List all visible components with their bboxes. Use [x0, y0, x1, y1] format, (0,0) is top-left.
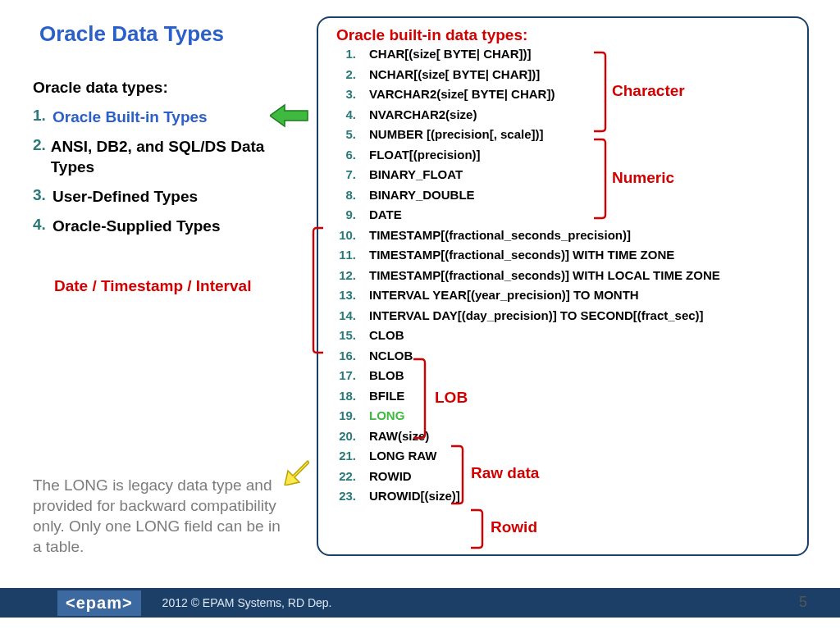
- type-number: 14.: [336, 309, 361, 321]
- group-raw: Raw data: [471, 464, 539, 482]
- category-item: 1.Oracle Built-in Types: [33, 107, 287, 128]
- type-number: 11.: [336, 248, 361, 261]
- type-label: DATE: [361, 208, 402, 221]
- type-row: 16.NCLOB: [336, 349, 792, 362]
- type-label: INTERVAL YEAR[(year_precision)] TO MONTH: [361, 289, 639, 301]
- date-timestamp-note: Date / Timestamp / Interval: [33, 277, 287, 295]
- type-row: 5.NUMBER [(precision[, scale])]: [336, 128, 792, 140]
- group-character: Character: [612, 82, 685, 100]
- category-number: 3.: [33, 186, 52, 204]
- type-row: 8.BINARY_DOUBLE: [336, 189, 792, 201]
- type-number: 7.: [336, 168, 361, 180]
- type-number: 20.: [336, 430, 361, 442]
- type-row: 2.NCHAR[(size[ BYTE| CHAR])]: [336, 68, 792, 80]
- category-list: 1.Oracle Built-in Types2.ANSI, DB2, and …: [33, 107, 287, 236]
- type-number: 16.: [336, 349, 361, 362]
- type-label: NUMBER [(precision[, scale])]: [361, 128, 544, 140]
- type-row: 20.RAW(size): [336, 430, 792, 442]
- footer-bar: <epam> 2012 © EPAM Systems, RD Dep.: [0, 588, 840, 618]
- type-label: LONG: [361, 409, 404, 422]
- type-label: BINARY_FLOAT: [361, 168, 463, 180]
- type-row: 7.BINARY_FLOAT: [336, 168, 792, 180]
- type-label: FLOAT[(precision)]: [361, 148, 481, 161]
- group-rowid: Rowid: [491, 518, 537, 536]
- type-row: 21.LONG RAW: [336, 449, 792, 462]
- type-row: 14.INTERVAL DAY[(day_precision)] TO SECO…: [336, 309, 792, 321]
- type-number: 18.: [336, 390, 361, 402]
- type-number: 8.: [336, 189, 361, 201]
- type-row: 17.BLOB: [336, 369, 792, 381]
- type-label: VARCHAR2(size[ BYTE| CHAR]): [361, 88, 555, 100]
- type-row: 22.ROWID: [336, 470, 792, 482]
- type-label: CHAR[(size[ BYTE| CHAR])]: [361, 48, 532, 60]
- type-number: 9.: [336, 208, 361, 221]
- type-list: 1.CHAR[(size[ BYTE| CHAR])]2.NCHAR[(size…: [336, 48, 792, 502]
- type-label: NCLOB: [361, 349, 413, 362]
- type-number: 4.: [336, 108, 361, 121]
- sub-heading: Oracle data types:: [33, 79, 287, 97]
- bracket-datetime-icon: [312, 226, 325, 354]
- type-row: 9.DATE: [336, 208, 792, 221]
- type-row: 6.FLOAT[(precision)]: [336, 148, 792, 161]
- type-row: 23.UROWID[(size)]: [336, 490, 792, 502]
- type-row: 10.TIMESTAMP[(fractional_seconds_precisi…: [336, 229, 792, 241]
- category-label: Oracle-Supplied Types: [52, 216, 220, 237]
- type-label: CLOB: [361, 329, 404, 341]
- type-number: 15.: [336, 329, 361, 341]
- left-column: Oracle data types: 1.Oracle Built-in Typ…: [33, 79, 287, 295]
- green-arrow-icon: [270, 103, 309, 128]
- page-number: 5: [799, 594, 807, 611]
- bracket-numeric-icon: [594, 138, 607, 220]
- bracket-raw-icon: [451, 444, 464, 505]
- svg-marker-0: [270, 105, 308, 126]
- builtin-types-panel: Oracle built-in data types: 1.CHAR[(size…: [317, 16, 809, 556]
- type-number: 19.: [336, 409, 361, 422]
- category-item: 2.ANSI, DB2, and SQL/DS Data Types: [33, 136, 287, 178]
- type-number: 17.: [336, 369, 361, 381]
- long-footnote: The LONG is legacy data type and provide…: [33, 475, 287, 557]
- page-title: Oracle Data Types: [39, 21, 224, 47]
- type-label: BFILE: [361, 390, 404, 402]
- copyright-text: 2012 © EPAM Systems, RD Dep.: [162, 596, 332, 609]
- type-number: 3.: [336, 88, 361, 100]
- category-label: ANSI, DB2, and SQL/DS Data Types: [51, 136, 287, 178]
- type-number: 6.: [336, 148, 361, 161]
- epam-logo: <epam>: [57, 590, 141, 616]
- type-label: BLOB: [361, 369, 404, 381]
- type-label: TIMESTAMP[(fractional_seconds)] WITH LOC…: [361, 269, 720, 281]
- type-row: 13.INTERVAL YEAR[(year_precision)] TO MO…: [336, 289, 792, 301]
- bracket-character-icon: [594, 51, 607, 133]
- type-row: 11.TIMESTAMP[(fractional_seconds)] WITH …: [336, 248, 792, 261]
- type-number: 1.: [336, 48, 361, 60]
- type-label: LONG RAW: [361, 449, 437, 462]
- type-row: 18.BFILE: [336, 390, 792, 402]
- category-number: 1.: [33, 107, 52, 125]
- type-number: 22.: [336, 470, 361, 482]
- type-row: 4.NVARCHAR2(size): [336, 108, 792, 121]
- category-label: Oracle Built-in Types: [52, 107, 208, 128]
- type-number: 21.: [336, 449, 361, 462]
- type-number: 2.: [336, 68, 361, 80]
- type-number: 10.: [336, 229, 361, 241]
- type-row: 3.VARCHAR2(size[ BYTE| CHAR]): [336, 88, 792, 100]
- type-label: BINARY_DOUBLE: [361, 189, 475, 201]
- category-label: User-Defined Types: [52, 186, 198, 207]
- type-row: 19.LONG: [336, 409, 792, 422]
- category-item: 4.Oracle-Supplied Types: [33, 216, 287, 237]
- type-label: ROWID: [361, 470, 412, 482]
- group-lob: LOB: [435, 389, 468, 407]
- group-numeric: Numeric: [612, 169, 674, 187]
- category-item: 3.User-Defined Types: [33, 186, 287, 207]
- type-number: 5.: [336, 128, 361, 140]
- type-label: NVARCHAR2(size): [361, 108, 477, 121]
- yellow-arrow-icon: [276, 456, 309, 485]
- type-row: 12.TIMESTAMP[(fractional_seconds)] WITH …: [336, 269, 792, 281]
- category-number: 4.: [33, 216, 52, 234]
- type-number: 23.: [336, 490, 361, 502]
- type-label: TIMESTAMP[(fractional_seconds)] WITH TIM…: [361, 248, 674, 261]
- type-label: INTERVAL DAY[(day_precision)] TO SECOND[…: [361, 309, 704, 321]
- type-label: TIMESTAMP[(fractional_seconds_precision)…: [361, 229, 631, 241]
- type-row: 1.CHAR[(size[ BYTE| CHAR])]: [336, 48, 792, 60]
- category-number: 2.: [33, 136, 51, 154]
- svg-marker-1: [285, 461, 309, 485]
